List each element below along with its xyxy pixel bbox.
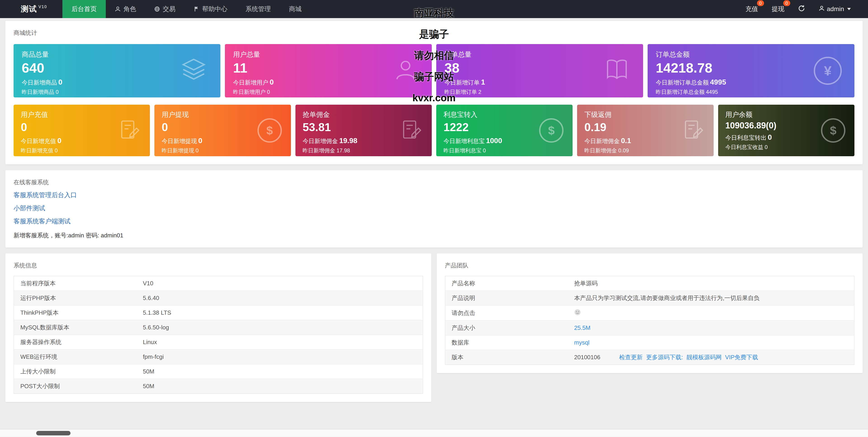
table-row: 产品说明 本产品只为学习测试交流,请勿要做商业或者用于违法行为,一切后果自负: [445, 291, 854, 305]
stat-card-interest-in: 利息宝转入 1222 今日新增利息宝1000 昨日新增利息宝0 $: [436, 105, 572, 156]
stat-yesterday-line: 昨日新增利息宝0: [443, 147, 565, 154]
stat-yesterday-line: 昨日新增佣金0.09: [584, 147, 706, 154]
app-logo-text: 测试: [21, 4, 37, 14]
nav-item-label: 角色: [123, 5, 136, 13]
table-row: 产品名称 抢单源码: [445, 276, 854, 291]
row-label: 当前程序版本: [14, 276, 136, 291]
app-logo[interactable]: 测试 V10: [0, 0, 62, 18]
chevron-down-icon: [847, 8, 851, 10]
horizontal-scrollbar[interactable]: [0, 429, 868, 437]
refresh-button[interactable]: [798, 5, 805, 13]
table-row: 服务器操作系统Linux: [14, 335, 423, 349]
stat-yesterday-line: 昨日新增用户0: [233, 88, 424, 96]
row-label: 请勿点击: [445, 305, 568, 320]
row-label: 上传大小限制: [14, 364, 136, 379]
book-icon: [603, 56, 630, 85]
section-title-system-info: 系统信息: [13, 261, 423, 270]
stat-card-users: 用户总量 11 今日新增用户0 昨日新增用户0: [225, 44, 432, 97]
stat-card-balance: 用户余额 109036.89(0) 今日利息宝转出0 今日利息宝收益0 $: [718, 105, 855, 156]
row-label: 产品说明: [445, 291, 568, 305]
cs-admin-entry-link[interactable]: 客服系统管理后台入口: [13, 191, 855, 199]
stat-yesterday-line: 昨日新增充值0: [21, 147, 143, 154]
table-row: 产品大小 25.5M: [445, 320, 854, 335]
product-size-link[interactable]: 25.5M: [574, 324, 590, 331]
table-row: 运行PHP版本5.6.40: [14, 291, 423, 305]
cs-account-note: 新增客服系统，账号:admin 密码: admin01: [13, 231, 855, 240]
row-value: Linux: [136, 335, 423, 349]
nav-item-label: 交易: [163, 5, 176, 13]
nav-item-label: 后台首页: [71, 5, 97, 13]
dollar-circle-icon: $: [539, 118, 563, 143]
section-title-mall-stats: 商城统计: [13, 29, 855, 37]
nav-item-label: 帮助中心: [202, 5, 227, 13]
row-label: WEB运行环境: [14, 349, 136, 364]
table-row: 当前程序版本V10: [14, 276, 423, 291]
big-stat-cards-row: 商品总量 640 今日新增商品0 昨日新增商品0 用户总量 11 今日新增用户0…: [13, 44, 855, 97]
recharge-link[interactable]: 充值 0: [745, 5, 758, 13]
nav-item-system[interactable]: 系统管理: [237, 0, 280, 18]
stat-yesterday-line: 昨日新增订单总金额4495: [656, 88, 846, 96]
stat-yesterday-line: 昨日新增订单2: [444, 88, 635, 96]
smiley-icon[interactable]: [574, 310, 581, 317]
row-value: 抢单源码: [568, 276, 854, 291]
more-source-link[interactable]: 更多源码下载:: [646, 354, 683, 361]
template-site-link[interactable]: 靓模板源码网: [686, 354, 722, 361]
scrollbar-thumb[interactable]: [36, 431, 70, 435]
layers-icon: [180, 56, 208, 86]
user-icon: [819, 5, 825, 13]
check-update-link[interactable]: 检查更新: [619, 354, 643, 361]
withdraw-label: 提现: [772, 5, 784, 13]
row-value: 5.6.40: [136, 291, 423, 305]
stat-title: 利息宝转入: [443, 110, 565, 119]
row-label: POST大小限制: [14, 379, 136, 394]
stat-title: 用户充值: [21, 110, 143, 119]
system-info-panel: 系统信息 当前程序版本V10 运行PHP版本5.6.40 ThinkPHP版本5…: [5, 253, 431, 402]
dollar-circle-icon: $: [821, 118, 845, 143]
vip-download-link[interactable]: VIP免费下载: [725, 354, 758, 361]
stat-card-sub-rebate: 下级返佣 0.19 今日新增佣金0.1 昨日新增佣金0.09: [577, 105, 713, 156]
row-value: 5.6.50-log: [136, 320, 423, 335]
section-title-customer-service: 在线客服系统: [13, 178, 855, 186]
row-value: 50M: [136, 379, 423, 394]
nav-item-home[interactable]: 后台首页: [62, 0, 106, 18]
stat-title: 下级返佣: [584, 110, 706, 119]
stat-card-orders: 订单总量 38 今日新增订单1 昨日新增订单2: [436, 44, 643, 97]
nav-item-label: 系统管理: [246, 5, 271, 13]
user-icon: [392, 56, 419, 85]
person-icon: [115, 6, 121, 12]
admin-menu[interactable]: admin: [819, 5, 851, 13]
bottom-columns: 系统信息 当前程序版本V10 运行PHP版本5.6.40 ThinkPHP版本5…: [5, 253, 863, 402]
nav-item-help[interactable]: 帮助中心: [184, 0, 237, 18]
small-stat-cards-row: 用户充值 0 今日新增充值0 昨日新增充值0 用户提现 0 今日新增提现0 昨日…: [13, 105, 855, 156]
nav-item-mall[interactable]: 商城: [280, 0, 311, 18]
row-label: MySQL数据库版本: [14, 320, 136, 335]
row-value: 5.1.38 LTS: [136, 305, 423, 320]
stat-yesterday-line: 今日利息宝收益0: [725, 144, 847, 151]
version-number: 20100106: [574, 354, 600, 361]
section-title-product-team: 产品团队: [445, 261, 855, 270]
row-label: ThinkPHP版本: [14, 305, 136, 320]
table-row: MySQL数据库版本5.6.50-log: [14, 320, 423, 335]
stat-yesterday-line: 昨日新增佣金17.98: [303, 147, 425, 154]
nav-item-roles[interactable]: 角色: [106, 0, 145, 18]
stat-title: 抢单佣金: [303, 110, 425, 119]
table-row: 请勿点击: [445, 305, 854, 320]
stat-title: 用户提现: [162, 110, 283, 119]
database-link[interactable]: mysql: [574, 339, 590, 346]
stat-title: 用户余额: [725, 110, 847, 119]
stat-yesterday-line: 昨日新增商品0: [22, 88, 212, 96]
note-edit-icon: [682, 118, 705, 143]
product-team-panel: 产品团队 产品名称 抢单源码 产品说明 本产品只为学习测试交流,请勿要做商业或者…: [437, 253, 863, 373]
cs-client-test-link[interactable]: 客服系统客户端测试: [13, 217, 855, 226]
yen-icon: ¥: [814, 57, 842, 85]
cs-widget-test-link[interactable]: 小部件测试: [13, 204, 855, 213]
dollar-circle-icon: $: [257, 118, 282, 143]
recharge-label: 充值: [745, 5, 758, 13]
flag-icon: [193, 6, 199, 12]
nav-item-trade[interactable]: 交易: [145, 0, 184, 18]
table-row: 数据库 mysql: [445, 335, 854, 350]
table-row: 版本 20100106 检查更新 更多源码下载: 靓模板源码网 VIP免费下载: [445, 350, 854, 365]
row-label: 数据库: [445, 335, 568, 350]
withdraw-link[interactable]: 提现 0: [772, 5, 784, 13]
product-team-table: 产品名称 抢单源码 产品说明 本产品只为学习测试交流,请勿要做商业或者用于违法行…: [445, 276, 855, 365]
